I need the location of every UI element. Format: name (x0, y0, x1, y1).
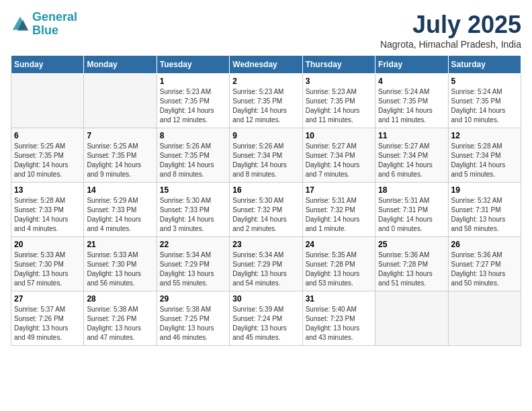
day-number: 9 (232, 131, 299, 140)
calendar-day-cell: 28Sunrise: 5:38 AMSunset: 7:26 PMDayligh… (84, 291, 157, 346)
empty-cell (11, 74, 84, 128)
day-number: 12 (451, 131, 518, 140)
calendar-table: SundayMondayTuesdayWednesdayThursdayFrid… (11, 55, 521, 346)
calendar-day-cell: 22Sunrise: 5:34 AMSunset: 7:29 PMDayligh… (157, 237, 229, 291)
day-number: 17 (306, 185, 372, 195)
calendar-day-cell: 12Sunrise: 5:28 AMSunset: 7:34 PMDayligh… (448, 128, 521, 183)
day-number: 19 (451, 185, 518, 195)
day-info: Sunrise: 5:25 AMSunset: 7:35 PMDaylight:… (14, 142, 81, 179)
calendar-week-row: 13Sunrise: 5:28 AMSunset: 7:33 PMDayligh… (11, 183, 521, 237)
day-info: Sunrise: 5:32 AMSunset: 7:31 PMDaylight:… (451, 196, 518, 234)
calendar-day-cell: 18Sunrise: 5:31 AMSunset: 7:31 PMDayligh… (375, 183, 448, 237)
day-info: Sunrise: 5:28 AMSunset: 7:33 PMDaylight:… (14, 196, 81, 234)
calendar-day-cell: 3Sunrise: 5:23 AMSunset: 7:35 PMDaylight… (302, 74, 375, 128)
calendar-day-cell: 25Sunrise: 5:36 AMSunset: 7:28 PMDayligh… (375, 237, 448, 291)
calendar-day-cell: 5Sunrise: 5:24 AMSunset: 7:35 PMDaylight… (448, 74, 521, 128)
weekday-header: Thursday (302, 56, 375, 74)
day-info: Sunrise: 5:34 AMSunset: 7:29 PMDaylight:… (160, 250, 226, 288)
day-number: 21 (87, 240, 153, 249)
weekday-header: Tuesday (157, 56, 229, 74)
day-info: Sunrise: 5:23 AMSunset: 7:35 PMDaylight:… (160, 87, 226, 125)
day-number: 31 (306, 294, 372, 304)
day-number: 27 (14, 294, 81, 304)
day-info: Sunrise: 5:33 AMSunset: 7:30 PMDaylight:… (87, 250, 153, 288)
calendar-day-cell: 26Sunrise: 5:36 AMSunset: 7:27 PMDayligh… (448, 237, 521, 291)
day-info: Sunrise: 5:23 AMSunset: 7:35 PMDaylight:… (232, 87, 299, 125)
day-number: 11 (378, 131, 445, 140)
day-number: 24 (306, 240, 372, 249)
day-number: 7 (87, 131, 153, 140)
day-number: 26 (451, 240, 518, 249)
day-number: 28 (87, 294, 153, 304)
day-number: 16 (232, 185, 299, 195)
weekday-header-row: SundayMondayTuesdayWednesdayThursdayFrid… (11, 56, 521, 74)
day-number: 5 (451, 77, 518, 86)
day-number: 25 (378, 240, 445, 249)
calendar-day-cell: 1Sunrise: 5:23 AMSunset: 7:35 PMDaylight… (157, 74, 229, 128)
day-info: Sunrise: 5:39 AMSunset: 7:24 PMDaylight:… (232, 305, 299, 342)
calendar-day-cell: 8Sunrise: 5:26 AMSunset: 7:35 PMDaylight… (157, 128, 229, 183)
calendar-day-cell: 11Sunrise: 5:27 AMSunset: 7:34 PMDayligh… (375, 128, 448, 183)
calendar-day-cell: 4Sunrise: 5:24 AMSunset: 7:35 PMDaylight… (375, 74, 448, 128)
day-info: Sunrise: 5:30 AMSunset: 7:33 PMDaylight:… (160, 196, 226, 234)
day-number: 6 (14, 131, 81, 140)
day-number: 10 (306, 131, 372, 140)
weekday-header: Saturday (448, 56, 521, 74)
day-number: 29 (160, 294, 226, 304)
day-info: Sunrise: 5:27 AMSunset: 7:34 PMDaylight:… (378, 142, 445, 179)
day-number: 15 (160, 185, 226, 195)
calendar-day-cell: 6Sunrise: 5:25 AMSunset: 7:35 PMDaylight… (11, 128, 84, 183)
calendar-day-cell: 31Sunrise: 5:40 AMSunset: 7:23 PMDayligh… (302, 291, 375, 346)
day-info: Sunrise: 5:26 AMSunset: 7:35 PMDaylight:… (160, 142, 226, 179)
logo: General Blue (11, 11, 77, 38)
day-number: 30 (232, 294, 299, 304)
calendar-day-cell: 17Sunrise: 5:31 AMSunset: 7:32 PMDayligh… (302, 183, 375, 237)
calendar-day-cell: 20Sunrise: 5:33 AMSunset: 7:30 PMDayligh… (11, 237, 84, 291)
day-number: 23 (232, 240, 299, 249)
day-number: 2 (232, 77, 299, 86)
day-info: Sunrise: 5:28 AMSunset: 7:34 PMDaylight:… (451, 142, 518, 179)
calendar-day-cell: 15Sunrise: 5:30 AMSunset: 7:33 PMDayligh… (157, 183, 229, 237)
day-number: 20 (14, 240, 81, 249)
calendar-day-cell: 2Sunrise: 5:23 AMSunset: 7:35 PMDaylight… (230, 74, 302, 128)
calendar-day-cell: 9Sunrise: 5:26 AMSunset: 7:34 PMDaylight… (230, 128, 302, 183)
day-info: Sunrise: 5:31 AMSunset: 7:31 PMDaylight:… (378, 196, 445, 234)
day-info: Sunrise: 5:31 AMSunset: 7:32 PMDaylight:… (306, 196, 372, 234)
day-info: Sunrise: 5:23 AMSunset: 7:35 PMDaylight:… (306, 87, 372, 125)
calendar-title: July 2025 (380, 11, 521, 39)
calendar-day-cell: 23Sunrise: 5:34 AMSunset: 7:29 PMDayligh… (230, 237, 302, 291)
weekday-header: Wednesday (230, 56, 302, 74)
day-number: 14 (87, 185, 153, 195)
calendar-day-cell: 24Sunrise: 5:35 AMSunset: 7:28 PMDayligh… (302, 237, 375, 291)
day-info: Sunrise: 5:36 AMSunset: 7:27 PMDaylight:… (451, 250, 518, 288)
empty-cell (84, 74, 157, 128)
calendar-day-cell: 13Sunrise: 5:28 AMSunset: 7:33 PMDayligh… (11, 183, 84, 237)
calendar-week-row: 27Sunrise: 5:37 AMSunset: 7:26 PMDayligh… (11, 291, 521, 346)
day-info: Sunrise: 5:36 AMSunset: 7:28 PMDaylight:… (378, 250, 445, 288)
empty-cell (448, 291, 521, 346)
day-info: Sunrise: 5:30 AMSunset: 7:32 PMDaylight:… (232, 196, 299, 234)
day-info: Sunrise: 5:26 AMSunset: 7:34 PMDaylight:… (232, 142, 299, 179)
day-info: Sunrise: 5:38 AMSunset: 7:26 PMDaylight:… (87, 305, 153, 342)
day-info: Sunrise: 5:35 AMSunset: 7:28 PMDaylight:… (306, 250, 372, 288)
calendar-day-cell: 29Sunrise: 5:38 AMSunset: 7:25 PMDayligh… (157, 291, 229, 346)
day-number: 1 (160, 77, 226, 86)
day-info: Sunrise: 5:38 AMSunset: 7:25 PMDaylight:… (160, 305, 226, 342)
calendar-day-cell: 27Sunrise: 5:37 AMSunset: 7:26 PMDayligh… (11, 291, 84, 346)
calendar-day-cell: 14Sunrise: 5:29 AMSunset: 7:33 PMDayligh… (84, 183, 157, 237)
day-info: Sunrise: 5:24 AMSunset: 7:35 PMDaylight:… (451, 87, 518, 125)
calendar-week-row: 1Sunrise: 5:23 AMSunset: 7:35 PMDaylight… (11, 74, 521, 128)
logo-text: General Blue (32, 11, 77, 38)
header: General Blue July 2025 Nagrota, Himachal… (11, 11, 521, 50)
day-number: 18 (378, 185, 445, 195)
calendar-day-cell: 7Sunrise: 5:25 AMSunset: 7:35 PMDaylight… (84, 128, 157, 183)
weekday-header: Sunday (11, 56, 84, 74)
day-info: Sunrise: 5:24 AMSunset: 7:35 PMDaylight:… (378, 87, 445, 125)
calendar-week-row: 20Sunrise: 5:33 AMSunset: 7:30 PMDayligh… (11, 237, 521, 291)
weekday-header: Monday (84, 56, 157, 74)
calendar-subtitle: Nagrota, Himachal Pradesh, India (380, 39, 521, 50)
day-number: 3 (306, 77, 372, 86)
calendar-week-row: 6Sunrise: 5:25 AMSunset: 7:35 PMDaylight… (11, 128, 521, 183)
weekday-header: Friday (375, 56, 448, 74)
calendar-day-cell: 19Sunrise: 5:32 AMSunset: 7:31 PMDayligh… (448, 183, 521, 237)
